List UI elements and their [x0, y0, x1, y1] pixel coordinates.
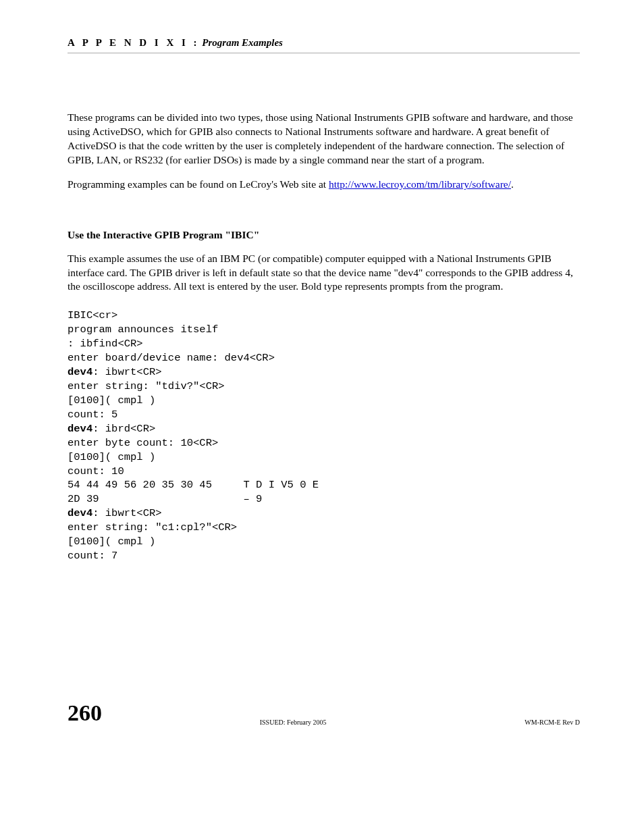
code-prompt: dev4 — [68, 423, 92, 435]
code-line: [0100]( cmpl ) — [68, 536, 155, 548]
intro-paragraph-1: These programs can be divided into two t… — [68, 111, 580, 167]
page-footer: 260 ISSUED: February 2005 WM-RCM-E Rev D — [68, 700, 580, 726]
para2-suffix: . — [511, 178, 514, 190]
code-line: program announces itself — [68, 323, 218, 336]
page-header: A P P E N D I X I : Program Examples — [68, 37, 580, 53]
code-line: 54 44 49 56 20 35 30 45 T D I V5 0 E — [68, 479, 319, 491]
code-prompt: dev4 — [68, 507, 92, 519]
code-line: 2D 39 – 9 — [68, 493, 262, 505]
code-line: [0100]( cmpl ) — [68, 394, 155, 407]
intro-paragraph-2: Programming examples can be found on LeC… — [68, 178, 580, 192]
code-line: enter byte count: 10<CR> — [68, 437, 218, 449]
revision-label: WM-RCM-E Rev D — [525, 719, 580, 726]
page-number: 260 — [68, 700, 102, 726]
code-line: : ibwrt<CR> — [92, 366, 161, 378]
para2-prefix: Programming examples can be found on LeC… — [68, 178, 329, 190]
code-block: IBIC<cr> program announces itself : ibfi… — [68, 309, 580, 563]
code-line: : ibrd<CR> — [92, 423, 155, 435]
code-line: count: 7 — [68, 550, 117, 562]
code-prompt: dev4 — [68, 366, 92, 378]
code-line: count: 5 — [68, 409, 117, 421]
code-line: [0100]( cmpl ) — [68, 451, 155, 463]
appendix-title: Program Examples — [200, 37, 283, 48]
section-paragraph: This example assumes the use of an IBM P… — [68, 252, 580, 294]
appendix-label: A P P E N D I X I : — [68, 37, 200, 48]
code-line: IBIC<cr> — [68, 309, 117, 321]
code-line: enter string: "tdiv?"<CR> — [68, 380, 225, 392]
code-line: enter board/device name: dev4<CR> — [68, 352, 275, 364]
code-line: count: 10 — [68, 465, 124, 477]
issued-date: ISSUED: February 2005 — [260, 719, 327, 726]
code-line: : ibfind<CR> — [68, 338, 143, 350]
code-line: : ibwrt<CR> — [92, 507, 161, 519]
lecroy-link[interactable]: http://www.lecroy.com/tm/library/softwar… — [329, 178, 511, 190]
section-subhead: Use the Interactive GPIB Program "IBIC" — [68, 229, 580, 241]
code-line: enter string: "c1:cpl?"<CR> — [68, 521, 237, 533]
